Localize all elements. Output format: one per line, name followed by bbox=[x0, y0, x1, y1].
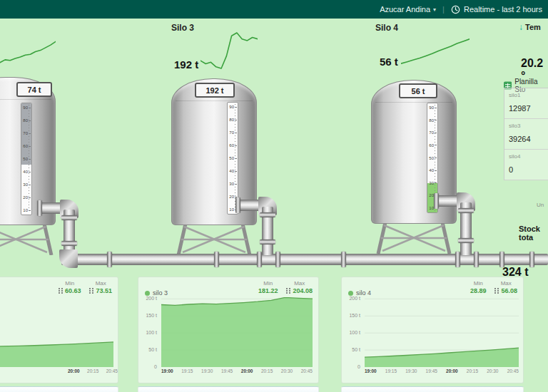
legend-dot-icon bbox=[145, 291, 150, 296]
dashboard-canvas: Silo 3 Silo 4 192 t 56 t ↓ Tem 20.2 ° Pl… bbox=[0, 19, 548, 392]
gauge-tick: 10 bbox=[22, 208, 31, 212]
silo1-legs bbox=[0, 224, 56, 255]
silo3-sparkline bbox=[201, 30, 258, 71]
pipe-flange bbox=[260, 239, 275, 244]
y-tick-label: 150 t bbox=[349, 313, 360, 318]
gauge-tick: 60 bbox=[22, 144, 31, 148]
max-value: 56.08 bbox=[494, 287, 517, 294]
time-range-label: Realtime - last 2 hours bbox=[464, 5, 542, 14]
y-tick-label: 150 t bbox=[146, 313, 157, 318]
silo1-level-gauge: 908070605040302010 bbox=[21, 103, 32, 215]
minmax-stats: Min Max 181.22 204.08 bbox=[258, 280, 313, 294]
max-label: Max bbox=[501, 280, 512, 287]
pipe-flange bbox=[235, 197, 240, 213]
gauge-tick: 30 bbox=[428, 181, 437, 185]
y-tick-label: 0 bbox=[357, 364, 360, 369]
gauge-tick: 50 bbox=[22, 157, 31, 161]
stock-table: silo1 12987 silo3 39264 silo4 0 bbox=[504, 88, 548, 180]
x-tick-label: 20:00 bbox=[241, 368, 253, 373]
pipe-flange bbox=[474, 252, 479, 267]
org-dropdown[interactable]: Azucar Andina ▾ bbox=[380, 5, 436, 14]
pipe-flange bbox=[434, 193, 439, 209]
row-value: 12987 bbox=[509, 104, 531, 113]
gauge-tick: 20 bbox=[22, 195, 31, 200]
y-axis: 200 t150 t100 t50 t0 bbox=[138, 297, 158, 367]
x-tick-label: 20:45 bbox=[106, 368, 118, 373]
x-axis: 20:0020:1520:45 bbox=[68, 368, 118, 373]
x-tick-label: 20:15 bbox=[467, 368, 478, 373]
chart-panel-silo3: silo 3 Min Max 181.22 204.08 200 t150 t1… bbox=[138, 277, 319, 383]
silo4-stat-value: 56 t bbox=[380, 56, 398, 68]
x-axis: 19:0019:1519:3019:4520:0020:1520:3020:45 bbox=[365, 368, 519, 373]
y-axis: 200 t150 t100 t50 t0 bbox=[342, 297, 362, 367]
x-tick-label: 19:15 bbox=[181, 368, 193, 373]
y-tick-label: 0 bbox=[154, 364, 157, 369]
temperature-title: Tem bbox=[525, 23, 541, 31]
silo3-display-value: 192 t bbox=[206, 86, 223, 95]
pipe-flange bbox=[257, 252, 262, 267]
chevron-down-icon: ▾ bbox=[433, 6, 436, 13]
min-value: 181.22 bbox=[258, 287, 278, 294]
max-label: Max bbox=[96, 280, 106, 287]
x-tick-label: 20:15 bbox=[87, 368, 98, 373]
chart-panel-silo1: Min Max 60.63 73.51 20:0020:1520:45 bbox=[0, 277, 118, 383]
x-axis: 19:0019:1519:3019:4520:0020:1520:3020:45 bbox=[161, 368, 313, 373]
y-tick-label: 100 t bbox=[349, 330, 360, 335]
x-tick-label: 19:00 bbox=[365, 368, 377, 373]
minmax-stats: Min Max 28.89 56.08 bbox=[470, 280, 517, 294]
chart-plot bbox=[161, 297, 313, 367]
silo3-title: Silo 3 bbox=[171, 23, 194, 33]
gauge-tick: 40 bbox=[428, 168, 437, 172]
gauge-tick: 50 bbox=[428, 156, 437, 160]
x-tick-label: 19:30 bbox=[405, 368, 417, 373]
gauge-tick: 90 bbox=[428, 105, 437, 110]
gauge-tick: 30 bbox=[228, 182, 237, 186]
min-value: 60.63 bbox=[59, 287, 81, 294]
pipe-flange bbox=[341, 252, 346, 267]
min-label: Min bbox=[65, 280, 74, 287]
max-label: Max bbox=[294, 280, 305, 287]
pipe-silo4-stub bbox=[435, 195, 460, 207]
y-tick-label: 50 t bbox=[352, 347, 360, 352]
gauge-tick: 40 bbox=[228, 169, 237, 173]
pipe-flange bbox=[37, 200, 42, 216]
units-label: Un bbox=[537, 202, 544, 208]
pipe-silo1-stub bbox=[39, 202, 63, 214]
min-label: Min bbox=[263, 280, 273, 287]
row-label: silo1 bbox=[509, 92, 548, 98]
silo3-display: 192 t bbox=[195, 83, 235, 98]
x-tick-label: 19:15 bbox=[385, 368, 397, 373]
silo1-display: 74 t bbox=[16, 82, 52, 97]
pipe-silo3-stub bbox=[237, 200, 261, 211]
chart-plot bbox=[0, 297, 113, 367]
row-label: silo3 bbox=[509, 123, 548, 129]
silo4-display-value: 56 t bbox=[412, 87, 425, 96]
gauge-tick: 70 bbox=[428, 130, 437, 135]
gauge-scale: 908070605040302010 bbox=[22, 105, 31, 212]
x-tick-label: 19:45 bbox=[426, 368, 437, 373]
silo4-legs bbox=[374, 222, 454, 254]
next-row-panel bbox=[341, 386, 524, 392]
x-tick-label: 20:15 bbox=[261, 368, 273, 373]
gauge-tick: 30 bbox=[22, 182, 31, 187]
x-tick-label: 19:45 bbox=[221, 368, 233, 373]
temperature-header: ↓ Tem bbox=[519, 22, 541, 32]
pipe-flange bbox=[455, 252, 460, 267]
y-tick-label: 200 t bbox=[146, 296, 157, 301]
time-range-picker[interactable]: Realtime - last 2 hours bbox=[451, 5, 542, 14]
next-row-panel bbox=[138, 386, 319, 392]
silo1-display-value: 74 t bbox=[28, 86, 41, 94]
gauge-tick: 80 bbox=[22, 118, 31, 123]
gauge-scale: 908070605040302010 bbox=[228, 105, 237, 212]
next-row-panel bbox=[0, 386, 118, 392]
pipe-flange bbox=[458, 238, 474, 243]
pipe-flange bbox=[458, 208, 474, 213]
top-navbar: Azucar Andina ▾ | Realtime - last 2 hour… bbox=[0, 0, 548, 19]
silo4-title: Silo 4 bbox=[375, 23, 398, 33]
max-value: 73.51 bbox=[89, 287, 112, 294]
legend-dot-icon bbox=[348, 291, 353, 296]
table-row: silo1 12987 bbox=[504, 88, 548, 119]
silo4-display: 56 t bbox=[399, 83, 437, 98]
gauge-tick: 90 bbox=[228, 105, 237, 109]
gauge-tick: 80 bbox=[228, 118, 237, 122]
